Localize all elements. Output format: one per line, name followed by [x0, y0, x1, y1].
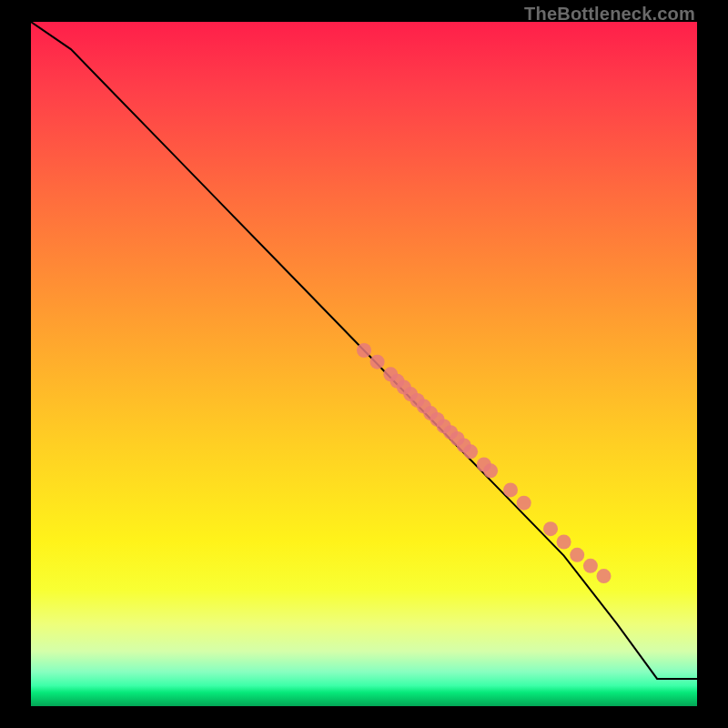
plot-area — [31, 22, 697, 706]
scatter-point — [517, 496, 531, 511]
scatter-point — [503, 482, 518, 497]
scatter-point — [557, 535, 571, 550]
scatter-point — [370, 355, 385, 369]
chart-overlay — [31, 22, 697, 706]
scatter-point — [570, 548, 584, 562]
scatter-point — [597, 569, 612, 583]
scatter-point — [357, 343, 371, 358]
scatter-point — [483, 463, 498, 478]
scatter-point — [463, 444, 478, 459]
chart-frame: TheBottleneck.com — [0, 0, 728, 728]
scatter-point — [543, 521, 558, 536]
scatter-points — [357, 343, 612, 583]
scatter-point — [583, 559, 598, 573]
